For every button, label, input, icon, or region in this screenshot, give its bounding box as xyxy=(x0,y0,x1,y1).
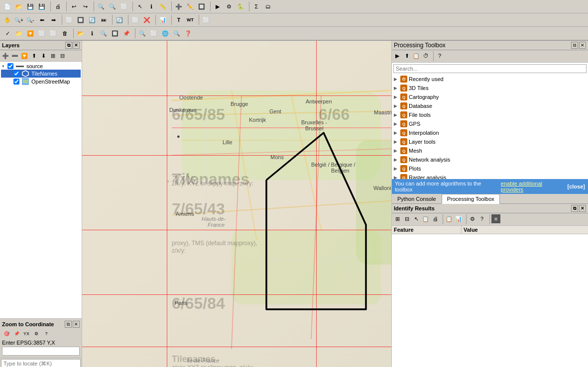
tree-item-cartography[interactable]: ▶ Q Cartography xyxy=(392,92,588,101)
undo-btn[interactable]: ↩ xyxy=(68,1,79,12)
layer-item-tilenames[interactable]: TileNames xyxy=(1,70,81,78)
identify-expand-btn[interactable]: ⊞ xyxy=(393,214,402,223)
print-btn[interactable]: 🖨 xyxy=(52,1,63,12)
panel-float-btn[interactable]: ⧉ xyxy=(65,42,72,49)
redo-btn[interactable]: ↪ xyxy=(80,1,91,12)
identify-mode-btn[interactable]: ≡ xyxy=(491,214,500,223)
zoom-last-btn[interactable]: 🔄 xyxy=(87,14,98,25)
layer-check-tilenames[interactable] xyxy=(13,71,19,77)
layer-item-osm[interactable]: OpenStreetMap xyxy=(1,78,81,86)
add-group-btn[interactable]: 📁 xyxy=(13,28,24,39)
identify-close-btn[interactable]: ✕ xyxy=(579,205,586,212)
notification-close[interactable]: [close] xyxy=(568,184,585,189)
plugins-btn[interactable]: 🔍 xyxy=(171,28,182,39)
coord-btn[interactable]: ⬜ xyxy=(148,28,159,39)
save-btn[interactable]: 💾 xyxy=(25,1,36,12)
box-btn[interactable]: ⬜ xyxy=(201,14,212,25)
zoom-bookmark-btn[interactable]: 📌 xyxy=(12,329,21,338)
zoom-close-btn[interactable]: ✕ xyxy=(73,321,80,328)
zoom-full-btn[interactable]: ⬜ xyxy=(118,1,129,12)
toolbox-btn3[interactable]: 📋 xyxy=(412,51,421,60)
tree-item-mesh[interactable]: ▶ Q Mesh xyxy=(392,146,588,155)
layer-check-source[interactable] xyxy=(7,63,13,69)
zoom-in-btn2[interactable]: 🔍+ xyxy=(13,14,24,25)
remove-layer-tool-btn[interactable]: ➖ xyxy=(10,51,19,60)
search2-btn[interactable]: 🔍 xyxy=(137,28,148,39)
open-table-btn[interactable]: 📊 xyxy=(157,14,168,25)
identify-btn[interactable]: ℹ xyxy=(146,1,157,12)
identify-collapse-btn[interactable]: ⊟ xyxy=(402,214,411,223)
add-layer-btn[interactable]: ➕ xyxy=(173,1,184,12)
filter-btn[interactable]: 🔽 xyxy=(25,28,36,39)
move-up-btn[interactable]: ⬆ xyxy=(29,51,38,60)
tree-item-network[interactable]: ▶ Q Network analysis xyxy=(392,155,588,164)
zoom-config-btn[interactable]: ⚙ xyxy=(32,329,41,338)
open-project-btn[interactable]: 📂 xyxy=(13,1,24,12)
identify-copy-btn[interactable]: 📋 xyxy=(421,214,430,223)
zoom-select-btn[interactable]: 🔲 xyxy=(75,14,86,25)
collapse-all-btn[interactable]: ⊟ xyxy=(58,51,67,60)
zoom-layer-btn[interactable]: ⬜ xyxy=(64,14,75,25)
run-btn[interactable]: ▶ xyxy=(212,1,223,12)
measure-btn[interactable]: 📏 xyxy=(157,1,168,12)
edit-btn[interactable]: ✏️ xyxy=(185,1,196,12)
tree-item-plots[interactable]: ▶ Q Plots xyxy=(392,164,588,173)
expand-btn[interactable]: ⬜ xyxy=(36,28,47,39)
zoom-in-btn[interactable]: 🔍 xyxy=(96,1,107,12)
locate-input[interactable] xyxy=(1,359,81,367)
new-bookmark-btn[interactable]: 📌 xyxy=(121,28,132,39)
globe-btn[interactable]: 🌐 xyxy=(160,28,171,39)
identify-settings-btn[interactable]: ⚙ xyxy=(468,214,477,223)
pan-right-btn[interactable]: ➡ xyxy=(48,14,59,25)
identify-help-btn[interactable]: ? xyxy=(477,214,486,223)
layer-check-osm[interactable] xyxy=(13,79,19,85)
tab-processing-toolbox[interactable]: Processing Toolbox xyxy=(442,194,500,204)
add-feature-btn[interactable]: 🔲 xyxy=(196,1,207,12)
identify-btn2[interactable]: 🔍 xyxy=(98,28,109,39)
select-btn[interactable]: ↖ xyxy=(134,1,145,12)
toolbox-btn2[interactable]: ⬆ xyxy=(402,51,411,60)
toolbox-btn1[interactable]: ▶ xyxy=(393,51,402,60)
new-project-btn[interactable]: 📄 xyxy=(2,1,13,12)
processing-btn[interactable]: ⚙ xyxy=(224,1,235,12)
deselect-btn[interactable]: ❌ xyxy=(141,14,152,25)
identify-copy2-btn[interactable]: 📋 xyxy=(445,214,454,223)
add-layer-tool-btn[interactable]: ➕ xyxy=(1,51,10,60)
zoom-out-btn[interactable]: 🔍 xyxy=(107,1,118,12)
zoom-float-btn[interactable]: ⧉ xyxy=(65,321,72,328)
refresh-btn[interactable]: 🔄 xyxy=(114,14,125,25)
expand-all-btn[interactable]: ⊞ xyxy=(48,51,57,60)
tree-item-layertools[interactable]: ▶ Q Layer tools xyxy=(392,137,588,146)
move-down-btn[interactable]: ⬇ xyxy=(39,51,48,60)
notification-link[interactable]: enable additional providers xyxy=(501,181,566,192)
statistics-btn[interactable]: Σ xyxy=(251,1,262,12)
zoom-coord-input[interactable] xyxy=(2,347,80,356)
save-as-btn[interactable]: 💾 xyxy=(36,1,47,12)
map-area[interactable]: Oostende Dunkerque Brugge Antwerpen Gent… xyxy=(82,41,391,367)
toolbox-btn4[interactable]: ⏱ xyxy=(421,51,430,60)
tree-item-raster-analysis[interactable]: ▶ Q Raster analysis xyxy=(392,173,588,179)
identify-table-btn[interactable]: 📊 xyxy=(454,214,463,223)
open-btn[interactable]: 📂 xyxy=(75,28,86,39)
text-btn[interactable]: T xyxy=(173,14,184,25)
tree-item-filetools[interactable]: ▶ Q File tools xyxy=(392,110,588,119)
tree-item-3dtiles[interactable]: ▶ Q 3D Tiles xyxy=(392,84,588,92)
map-canvas[interactable]: Oostende Dunkerque Brugge Antwerpen Gent… xyxy=(82,41,391,367)
layer-props-btn[interactable]: ℹ xyxy=(87,28,98,39)
toolbox-search[interactable] xyxy=(393,64,587,73)
identify-print-btn[interactable]: 🖨 xyxy=(431,214,440,223)
wt-btn[interactable]: WT xyxy=(185,14,196,25)
zoom-next-btn[interactable]: ⏭ xyxy=(98,14,109,25)
toolbox-float-btn[interactable]: ⧉ xyxy=(571,42,578,49)
tree-item-interpolation[interactable]: ▶ Q Interpolation xyxy=(392,128,588,137)
zoom-help-btn[interactable]: ? xyxy=(42,329,51,338)
toolbox-close-btn[interactable]: ✕ xyxy=(579,42,586,49)
zoom-out-btn2[interactable]: 🔍- xyxy=(25,14,36,25)
tree-item-database[interactable]: ▶ Q Database xyxy=(392,101,588,110)
check-btn[interactable]: ✓ xyxy=(2,28,13,39)
zoom-to-coord-btn[interactable]: 🎯 xyxy=(2,329,11,338)
pan-map-btn[interactable]: ⬅ xyxy=(36,14,47,25)
identify-select-btn[interactable]: ↖ xyxy=(412,214,421,223)
panel-close-btn[interactable]: ✕ xyxy=(73,42,80,49)
zoom-xy-btn[interactable]: YX xyxy=(22,329,31,338)
